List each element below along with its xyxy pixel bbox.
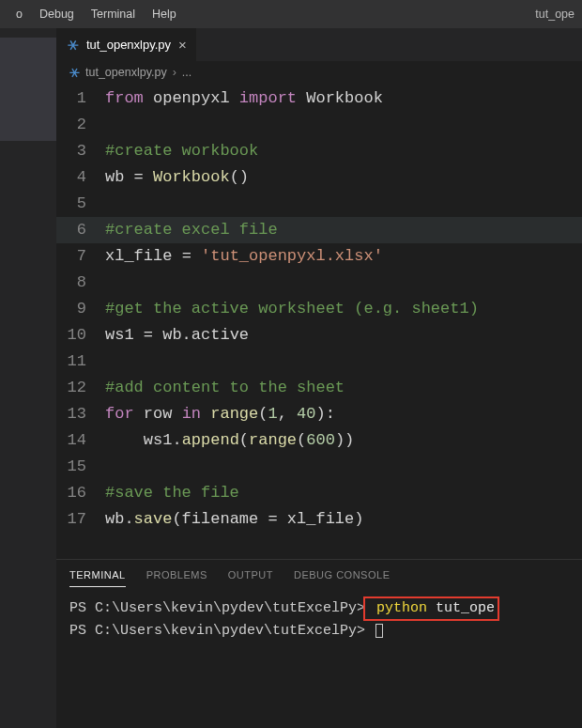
line-number: 9 — [56, 296, 105, 322]
code-content[interactable]: #create workbook — [105, 138, 258, 164]
code-line[interactable]: 3#create workbook — [56, 138, 582, 164]
code-line[interactable]: 1from openpyxl import Workbook — [56, 85, 582, 112]
breadcrumbs[interactable]: ⚹ tut_openxlpy.py › ... — [56, 61, 582, 84]
code-content[interactable]: ws1 = wb.active — [105, 322, 249, 349]
code-content[interactable]: for row in range(1, 40): — [105, 401, 335, 427]
line-number: 6 — [56, 217, 105, 243]
terminal-cursor — [375, 624, 383, 638]
line-number: 8 — [56, 270, 105, 296]
code-line[interactable]: 4wb = Workbook() — [56, 164, 582, 191]
menu-item-terminal[interactable]: Terminal — [83, 8, 144, 21]
code-line[interactable]: 7xl_file = 'tut_openpyxl.xlsx' — [56, 243, 582, 270]
panel-tab-terminal[interactable]: TERMINAL — [69, 565, 126, 587]
breadcrumb-file[interactable]: tut_openxlpy.py — [85, 66, 167, 79]
terminal-line: PS C:\Users\kevin\pydev\tutExcelPy> — [69, 621, 569, 642]
editor-tabs: ⚹ tut_openxlpy.py × — [56, 28, 582, 61]
menu-item-debug[interactable]: Debug — [31, 8, 83, 21]
panel-tab-output[interactable]: OUTPUT — [228, 565, 273, 587]
explorer-sidebar[interactable] — [0, 28, 56, 728]
line-number: 13 — [56, 401, 105, 427]
code-line[interactable]: 13for row in range(1, 40): — [56, 401, 582, 427]
window-title: tut_ope — [535, 8, 574, 21]
code-content[interactable]: xl_file = 'tut_openpyxl.xlsx' — [105, 243, 383, 270]
code-content[interactable]: wb.save(filename = xl_file) — [105, 506, 363, 533]
python-icon: ⚹ — [68, 37, 79, 53]
code-content[interactable]: #save the file — [105, 480, 239, 506]
code-content[interactable]: #add content to the sheet — [105, 375, 345, 401]
close-icon[interactable]: × — [178, 38, 187, 52]
code-line[interactable]: 14 ws1.append(range(600)) — [56, 427, 582, 454]
line-number: 3 — [56, 138, 105, 164]
panel-tab-problems[interactable]: PROBLEMS — [146, 565, 207, 587]
breadcrumb-rest[interactable]: ... — [182, 66, 191, 79]
code-line[interactable]: 5 — [56, 191, 582, 217]
line-number: 5 — [56, 191, 105, 217]
code-content[interactable]: #get the active worksheet (e.g. sheet1) — [105, 296, 479, 322]
line-number: 17 — [56, 506, 105, 533]
code-editor[interactable]: 1from openpyxl import Workbook23#create … — [56, 84, 582, 559]
line-number: 15 — [56, 454, 105, 480]
line-number: 7 — [56, 243, 105, 270]
code-line[interactable]: 16#save the file — [56, 480, 582, 506]
code-line[interactable]: 8 — [56, 270, 582, 296]
tab-label: tut_openxlpy.py — [86, 38, 171, 52]
code-line[interactable]: 2 — [56, 112, 582, 138]
chevron-right-icon: › — [173, 66, 176, 79]
code-content[interactable]: #create excel file — [105, 217, 278, 243]
terminal-line: PS C:\Users\kevin\pydev\tutExcelPy> pyth… — [69, 596, 569, 621]
line-number: 12 — [56, 375, 105, 401]
line-number: 16 — [56, 480, 105, 506]
panel-tab-debug-console[interactable]: DEBUG CONSOLE — [294, 565, 390, 587]
line-number: 10 — [56, 322, 105, 349]
line-number: 2 — [56, 112, 105, 138]
bottom-panel: TERMINALPROBLEMSOUTPUTDEBUG CONSOLE PS C… — [56, 559, 582, 728]
tab-tut-openxlpy[interactable]: ⚹ tut_openxlpy.py × — [56, 28, 196, 61]
code-line[interactable]: 9#get the active worksheet (e.g. sheet1) — [56, 296, 582, 322]
menu-item-help[interactable]: Help — [144, 8, 185, 21]
code-content[interactable]: from openpyxl import Workbook — [105, 85, 383, 112]
sidebar-selection — [0, 38, 56, 141]
line-number: 4 — [56, 164, 105, 191]
code-line[interactable]: 12#add content to the sheet — [56, 375, 582, 401]
code-line[interactable]: 17wb.save(filename = xl_file) — [56, 506, 582, 533]
menu-item-o[interactable]: o — [8, 8, 31, 21]
terminal[interactable]: PS C:\Users\kevin\pydev\tutExcelPy> pyth… — [56, 587, 582, 642]
menubar: o Debug Terminal Help tut_ope — [0, 0, 582, 28]
line-number: 14 — [56, 427, 105, 454]
code-line[interactable]: 6#create excel file — [56, 217, 582, 243]
line-number: 11 — [56, 349, 105, 375]
code-line[interactable]: 11 — [56, 349, 582, 375]
code-line[interactable]: 15 — [56, 454, 582, 480]
python-icon: ⚹ — [69, 66, 80, 80]
code-line[interactable]: 10ws1 = wb.active — [56, 322, 582, 349]
code-content[interactable]: ws1.append(range(600)) — [105, 427, 354, 454]
line-number: 1 — [56, 85, 105, 112]
panel-tabs: TERMINALPROBLEMSOUTPUTDEBUG CONSOLE — [56, 560, 582, 587]
highlighted-command: python tut_ope — [363, 596, 499, 621]
code-content[interactable]: wb = Workbook() — [105, 164, 249, 191]
